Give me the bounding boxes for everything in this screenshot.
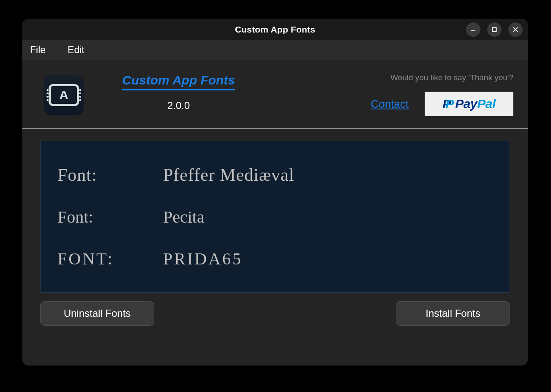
window-controls	[466, 22, 523, 37]
paypal-button[interactable]: PP PayPal	[425, 92, 513, 116]
menubar: File Edit	[22, 40, 528, 60]
font-label: FONT:	[57, 249, 163, 269]
content-area: Font: Pfeffer Mediæval Font: Pecita FONT…	[22, 129, 528, 365]
thanks-text: Would you like to say 'Thank you'?	[390, 73, 513, 82]
font-row: FONT: PRIDA65	[57, 249, 493, 269]
app-version: 2.0.0	[167, 100, 190, 112]
button-row: Uninstall Fonts Install Fonts	[40, 301, 510, 326]
font-row: Font: Pecita	[57, 207, 493, 227]
window-title: Custom App Fonts	[235, 24, 315, 35]
titlebar: Custom App Fonts	[22, 19, 528, 40]
maximize-button[interactable]	[487, 22, 502, 37]
svg-rect-1	[493, 28, 496, 32]
close-icon	[513, 27, 518, 33]
menu-edit[interactable]: Edit	[65, 43, 87, 57]
font-name: PRIDA65	[163, 249, 243, 269]
app-title: Custom App Fonts	[122, 73, 235, 90]
close-button[interactable]	[508, 22, 523, 37]
font-label: Font:	[57, 165, 163, 185]
maximize-icon	[491, 27, 497, 33]
header-area: A Custom App Fonts 2.0.0 Would you like …	[22, 60, 528, 129]
header-right: Would you like to say 'Thank you'? Conta…	[371, 73, 513, 116]
install-fonts-button[interactable]: Install Fonts	[396, 301, 510, 326]
paypal-wordmark: PayPal	[455, 97, 495, 111]
app-icon: A	[44, 75, 84, 115]
contact-link[interactable]: Contact	[371, 98, 409, 111]
minimize-icon	[470, 27, 476, 33]
font-row: Font: Pfeffer Mediæval	[57, 165, 493, 185]
app-icon-letter: A	[59, 88, 68, 102]
uninstall-fonts-button[interactable]: Uninstall Fonts	[40, 301, 154, 326]
app-window: Custom App Fonts File Edit A Custom App …	[22, 19, 528, 365]
font-preview-panel: Font: Pfeffer Mediæval Font: Pecita FONT…	[40, 141, 510, 293]
minimize-button[interactable]	[466, 22, 480, 37]
header-right-row: Contact PP PayPal	[371, 92, 513, 116]
app-icon-frame: A	[49, 84, 79, 106]
app-title-block: Custom App Fonts 2.0.0	[122, 73, 235, 112]
font-name: Pecita	[163, 207, 205, 227]
font-name: Pfeffer Mediæval	[163, 165, 294, 185]
menu-file[interactable]: File	[27, 43, 48, 57]
font-label: Font:	[57, 207, 163, 227]
paypal-logo-icon: PP	[442, 97, 453, 111]
